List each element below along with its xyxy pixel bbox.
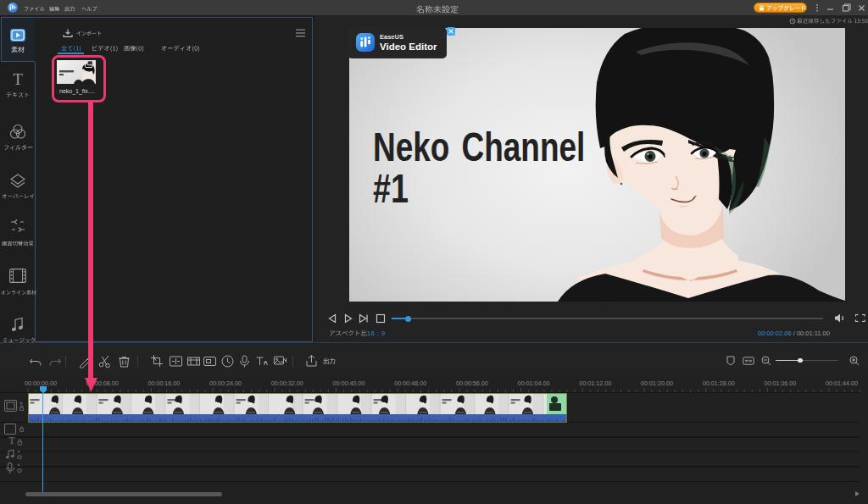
svg-text:00:01:28.00: 00:01:28.00 (703, 379, 735, 387)
svg-text:00:00:16.00: 00:00:16.00 (147, 379, 180, 387)
svg-text:00:00:24.00: 00:00:24.00 (209, 379, 242, 387)
svg-text:00:00:40.00: 00:00:40.00 (333, 379, 365, 387)
svg-text:00:01:20.00: 00:01:20.00 (641, 379, 673, 387)
svg-text:00:01:12.00: 00:01:12.00 (579, 379, 611, 387)
svg-text:00:01:44.00: 00:01:44.00 (826, 379, 858, 387)
svg-text:00:00:48.00: 00:00:48.00 (394, 379, 426, 387)
svg-text:00:01:04.00: 00:01:04.00 (518, 379, 550, 387)
svg-text:00:01:36.00: 00:01:36.00 (764, 379, 796, 387)
svg-text:00:00:32.00: 00:00:32.00 (271, 379, 303, 387)
svg-text:00:00:56.00: 00:00:56.00 (456, 379, 488, 387)
